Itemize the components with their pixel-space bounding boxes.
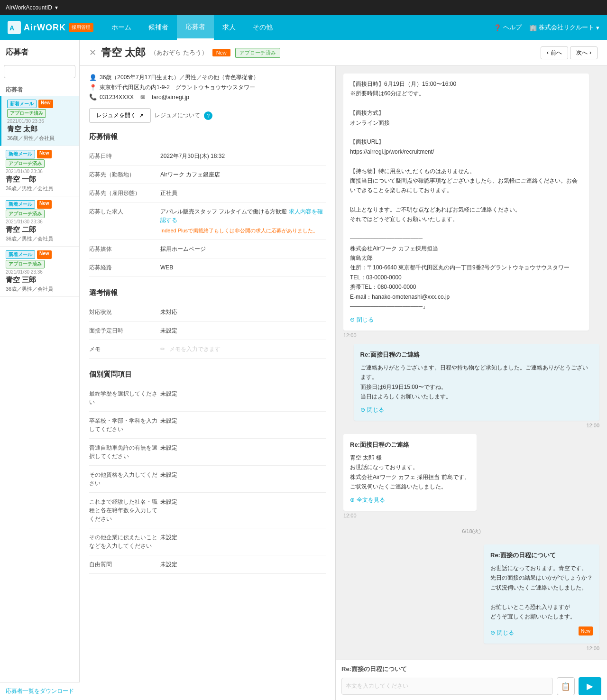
main-content: ✕ 青空 太郎 （あおぞら たろう） New アプローチ済み ‹ 前へ 次へ › (80, 40, 607, 700)
app-label-0: 応募日時 (89, 152, 160, 160)
next-button[interactable]: 次へ › (570, 46, 598, 59)
new-mail-badge: 新着メール (7, 100, 37, 108)
cq-value-1: 未設定 (160, 416, 326, 433)
nav-item-candidates[interactable]: 候補者 (140, 15, 177, 40)
reply-placeholder: 本文を入力してください (341, 678, 553, 695)
nav-item-applicants[interactable]: 応募者 (177, 15, 214, 40)
email-icon: ✉ (140, 94, 145, 101)
messages-area: 【面接日時】6月19日（月）15:00〜16:00 ※所要時間は60分ほどです。… (336, 66, 607, 660)
resume-area: レジュメを開く ↗ レジュメについて ? (89, 108, 326, 123)
new-badge: New (37, 250, 52, 259)
message-2: Re:面接日程のご連絡 青空 太郎 様 お世話になっております。 株式会社Air… (343, 434, 599, 518)
sel-value-1: 未設定 (160, 326, 326, 335)
prev-button[interactable]: ‹ 前へ (541, 46, 568, 59)
sidebar-item-1-name: 青空 一郎 (6, 175, 74, 184)
template-button[interactable]: 📋 (557, 677, 575, 695)
sidebar-item-3[interactable]: 新着メール New アプローチ済み 2021/01/30 23:36 青空 三郎… (0, 247, 79, 297)
reply-header: Re:面接の日程について (341, 665, 601, 673)
check-job-link[interactable]: 求人内容を確認する (160, 208, 323, 223)
chevron-left-icon: ‹ (547, 49, 549, 56)
template-icon: 📋 (561, 682, 570, 691)
nav-item-other[interactable]: その他 (244, 15, 281, 40)
sidebar-item-0-date: 2021/01/30 23:36 (7, 119, 74, 124)
sel-label-1: 面接予定日時 (89, 326, 160, 335)
sidebar-item-1-date: 2021/01/30 23:36 (6, 169, 74, 174)
selection-info-section: 選考情報 対応状況 未対応 面接予定日時 未設定 メモ ✏ メモを入力できます (89, 288, 326, 359)
cq-row-3: その他資格を入力してください 未設定 (89, 466, 326, 493)
left-panel: 👤 36歳（2005年7月17日生まれ）／男性／その他（青色導従者） 📍 東京都… (80, 66, 336, 700)
cq-row-1: 卒業校・学部・学科を入力してください 未設定 (89, 412, 326, 439)
sidebar-item-1[interactable]: 新着メール New アプローチ済み 2021/01/30 23:36 青空 一郎… (0, 146, 79, 196)
collapse-link-3[interactable]: ⊖ 閉じる (490, 628, 514, 637)
message-time-0: 12:00 (343, 332, 599, 338)
app-row-0: 応募日時 2022年7月30日(木) 18:32 (89, 147, 326, 166)
layout: 応募者 応募者 新着メール New アプローチ済み 2021/01/30 23:… (0, 40, 607, 700)
cq-row-5: その他企業に伝えたいことなどを入力してください 未設定 (89, 528, 326, 555)
nav-bar: A AirWORK 採用管理 ホーム 候補者 応募者 求人 その他 ❓ ヘルプ … (0, 15, 607, 40)
app-label-3: 応募した求人 (89, 207, 160, 235)
help-icon-circle[interactable]: ? (204, 111, 212, 120)
message-1: Re:面接日程のご連絡 ご連絡ありがとうございます。日程や持ち物など承知しました… (343, 344, 599, 428)
send-icon: ▶ (587, 681, 593, 691)
sidebar-title: 応募者 (0, 40, 79, 61)
resume-btn-label: レジュメを開く (96, 111, 136, 120)
sidebar-item-2-date: 2021/01/30 23:36 (6, 219, 74, 224)
cq-row-2: 普通自動車免許の有無を選択してください 未設定 (89, 439, 326, 466)
message-card-0: 【面接日時】6月19日（月）15:00〜16:00 ※所要時間は60分ほどです。… (343, 74, 589, 331)
cq-label-1: 卒業校・学部・学科を入力してください (89, 416, 160, 433)
cq-label-5: その他企業に伝えたいことなどを入力してください (89, 533, 160, 550)
indeed-notice-link[interactable]: Indeed Plusで掲載終了もしくは非公開の求人に応募がありました。 (160, 228, 318, 233)
account-selector[interactable]: AirWorkAccountID ▾ (6, 4, 58, 11)
cq-value-0: 未設定 (160, 389, 326, 406)
sel-row-1: 面接予定日時 未設定 (89, 322, 326, 340)
phone-icon: 📞 (89, 93, 97, 101)
collapse-link-0[interactable]: ⊖ 閉じる (350, 315, 582, 324)
sidebar-item-0-badges: 新着メール New (7, 100, 74, 108)
sidebar-item-0-badges2: アプローチ済み (7, 109, 74, 118)
sidebar-search-area (4, 65, 75, 78)
phone: 031234XXXX (100, 94, 134, 101)
nav-item-jobs[interactable]: 求人 (214, 15, 244, 40)
age-info-row: 👤 36歳（2005年7月17日生まれ）／男性／その他（青色導従者） (89, 74, 326, 82)
message-time-2: 12:00 (343, 513, 599, 518)
app-row-2: 応募先（雇用形態） 正社員 (89, 184, 326, 203)
sidebar-item-0[interactable]: 新着メール New アプローチ済み 2021/01/30 23:36 青空 太郎… (0, 96, 79, 146)
nav-item-home[interactable]: ホーム (103, 15, 140, 40)
sel-label-2: メモ (89, 345, 160, 353)
cq-label-2: 普通自動車免許の有無を選択してください (89, 443, 160, 461)
close-button[interactable]: ✕ (89, 47, 96, 58)
collapse-label-1: 閉じる (367, 405, 384, 414)
application-section-title: 応募情報 (89, 132, 326, 141)
company-selector[interactable]: 🏢 株式会社リクルート ▾ (529, 23, 599, 32)
collapse-link-1[interactable]: ⊖ 閉じる (360, 405, 593, 414)
download-button[interactable]: 応募者一覧をダウンロード (0, 682, 80, 700)
applicant-approached-badge: アプローチ済み (235, 48, 280, 58)
help-button[interactable]: ❓ ヘルプ (494, 23, 522, 32)
account-label: AirWorkAccountID (6, 4, 52, 11)
minus-icon: ⊖ (360, 405, 365, 414)
applicant-kana: （あおぞら たろう） (150, 48, 208, 57)
search-input[interactable] (4, 65, 75, 78)
new-badge-message: New (579, 626, 593, 636)
airwork-logo-icon: A (8, 21, 21, 34)
cq-row-4: これまで経験した社名・職種と各在籍年数を入力してください 未設定 (89, 493, 326, 528)
sidebar-item-2[interactable]: 新着メール New アプローチ済み 2021/01/30 23:36 青空 二郎… (0, 196, 79, 247)
chevron-down-icon: ▾ (596, 24, 599, 31)
approached-badge: アプローチ済み (7, 109, 46, 118)
send-button[interactable]: ▶ (579, 677, 601, 695)
address-row: 📍 東京都千代田区丸の内1-9-2 グラントウキョウサウスタワー (89, 83, 326, 92)
pagination-nav: ‹ 前へ 次へ › (541, 46, 598, 59)
expand-label-2: 全文を見る (357, 495, 385, 505)
expand-link-2[interactable]: ⊕ 全文を見る (350, 495, 470, 505)
resume-about-label: レジュメについて (155, 111, 200, 120)
app-value-4: 採用ホームページ (160, 245, 326, 253)
nav-logo: A AirWORK 採用管理 (8, 21, 93, 34)
sidebar-item-1-meta: 36歳／男性／会社員 (6, 185, 74, 192)
selection-section-title: 選考情報 (89, 288, 326, 297)
applicant-name: 青空 太郎 (101, 46, 146, 60)
prev-label: 前へ (551, 49, 562, 57)
new-badge: New (37, 200, 52, 209)
app-value-5: WEB (160, 263, 326, 272)
sidebar: 応募者 応募者 新着メール New アプローチ済み 2021/01/30 23:… (0, 40, 80, 700)
resume-open-button[interactable]: レジュメを開く ↗ (89, 108, 151, 123)
